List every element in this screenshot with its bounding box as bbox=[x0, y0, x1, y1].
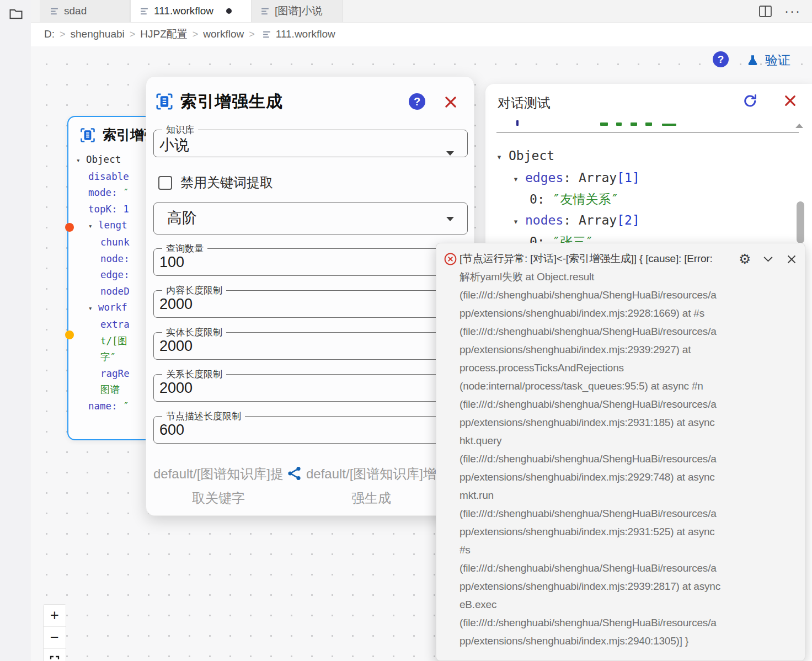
breadcrumb-item[interactable]: HJPZ配置> bbox=[140, 27, 203, 41]
number-field[interactable]: 实体长度限制 2000 bbox=[153, 328, 468, 360]
zoom-out-button[interactable]: − bbox=[44, 627, 66, 649]
error-stack: 解析yaml失败 at Object.result(file:///d:/she… bbox=[460, 268, 741, 650]
result-json-tree: ▾Object▾edges: Array[1]0: ″友情关系″▾nodes: … bbox=[496, 146, 640, 253]
breadcrumb-item[interactable]: shenghuabi> bbox=[71, 28, 141, 40]
error-line: pp/extensions/shenghuabi/index.mjs:2928:… bbox=[460, 304, 741, 322]
error-line: (file:///d:/shenghuabi/shenghua/ShengHua… bbox=[460, 286, 741, 304]
chevron-down-icon bbox=[446, 217, 454, 221]
disable-keyword-checkbox-row[interactable]: 禁用关键词提取 bbox=[158, 174, 273, 191]
number-field[interactable]: 节点描述长度限制 600 bbox=[153, 412, 468, 444]
breadcrumb-separator: > bbox=[60, 29, 66, 40]
file-icon bbox=[262, 30, 271, 39]
error-message: [节点运行异常: [对话]<-[索引增强生成]] { [cause]: [Err… bbox=[460, 249, 741, 650]
field-label: 关系长度限制 bbox=[162, 370, 226, 379]
panel-close-button[interactable] bbox=[783, 94, 797, 108]
tree-line[interactable]: 0: ″友情关系″ bbox=[496, 189, 640, 210]
input-port-dot-2[interactable] bbox=[65, 330, 74, 339]
select-value: 高阶 bbox=[167, 203, 467, 233]
breadcrumb-separator: > bbox=[249, 29, 255, 40]
error-line: pp/extensions/shenghuabi/index.mjs:2929:… bbox=[460, 468, 741, 486]
error-line: (file:///d:/shenghuabi/shenghua/ShengHua… bbox=[460, 395, 741, 413]
error-line: pp/extensions/shenghuabi/index.mjs:2939:… bbox=[460, 340, 741, 359]
unsaved-dot-icon[interactable] bbox=[226, 8, 232, 14]
close-icon bbox=[444, 95, 458, 109]
port-label-enhance-generate[interactable]: default/[图谱知识库]增强生成 bbox=[304, 462, 438, 510]
node-icon bbox=[155, 92, 174, 111]
tree-line[interactable]: ▾Object bbox=[496, 146, 640, 168]
refresh-button[interactable] bbox=[742, 93, 758, 109]
chevron-down-icon[interactable] bbox=[762, 253, 774, 265]
tree-line[interactable]: ▾nodes: Array[2] bbox=[496, 210, 640, 232]
tab-bar: sdad 111.workflow [图谱]小说 ··· bbox=[31, 0, 812, 23]
output-ports: default/[图谱知识库]提取关键字 default/[图谱知识库]增强生成 bbox=[146, 462, 475, 513]
node-icon bbox=[79, 127, 96, 143]
error-line: (file:///d:/shenghuabi/shenghua/ShengHua… bbox=[460, 614, 741, 632]
dialog-title: 索引增强生成 bbox=[180, 90, 283, 113]
file-icon bbox=[50, 7, 59, 16]
breadcrumb-separator: > bbox=[130, 29, 136, 40]
field-value: 2000 bbox=[159, 380, 467, 397]
scroll-up-icon[interactable] bbox=[795, 124, 803, 128]
split-editor-icon[interactable] bbox=[758, 5, 772, 18]
workflow-editor-screen: { "tabs": { "items": [ {"label": "sdad"}… bbox=[0, 0, 812, 661]
field-label: 内容长度限制 bbox=[162, 286, 226, 295]
breadcrumb-items: D:>shenghuabi>HJPZ配置>workflow> bbox=[44, 27, 260, 41]
checkbox[interactable] bbox=[158, 176, 172, 190]
file-icon bbox=[140, 7, 149, 16]
zoom-controls: + − bbox=[43, 604, 66, 661]
share-icon[interactable] bbox=[286, 465, 303, 482]
field-label: 节点描述长度限制 bbox=[162, 412, 245, 421]
field-label: 知识库 bbox=[162, 125, 198, 135]
breadcrumb: D:>shenghuabi>HJPZ配置>workflow> 111.workf… bbox=[31, 22, 812, 46]
close-icon[interactable] bbox=[786, 253, 798, 265]
breadcrumb-item[interactable]: D:> bbox=[44, 28, 71, 40]
tab-label: 111.workflow bbox=[154, 5, 213, 17]
error-line: eB.exec bbox=[460, 595, 741, 614]
field-value: 2000 bbox=[159, 338, 467, 355]
number-field[interactable]: 查询数量 100 bbox=[153, 244, 468, 276]
scrollbar-thumb[interactable] bbox=[797, 201, 804, 243]
error-line: pp/extensions/shenghuabi/index.mjs:2939:… bbox=[460, 577, 741, 595]
test-panel-title: 对话测试 bbox=[498, 94, 551, 112]
error-toast: [节点运行异常: [对话]<-[索引增强生成]] { [cause]: [Err… bbox=[436, 243, 805, 661]
port-label-extract-keywords[interactable]: default/[图谱知识库]提取关键字 bbox=[152, 462, 285, 510]
flask-icon bbox=[746, 54, 760, 67]
breadcrumb-separator: > bbox=[193, 29, 199, 40]
error-headline: [节点运行异常: [对话]<-[索引增强生成]] { [cause]: [Err… bbox=[460, 249, 741, 268]
input-port-dot[interactable] bbox=[65, 223, 74, 232]
chevron-down-icon bbox=[446, 151, 454, 156]
field-value: 2000 bbox=[159, 296, 467, 313]
divider bbox=[496, 132, 799, 133]
more-actions-icon[interactable]: ··· bbox=[784, 4, 801, 18]
tree-line[interactable]: ▾edges: Array[1] bbox=[496, 168, 640, 190]
fit-view-button[interactable] bbox=[44, 649, 66, 661]
breadcrumb-file[interactable]: 111.workflow bbox=[262, 28, 335, 40]
tab-111-workflow[interactable]: 111.workflow bbox=[130, 0, 252, 22]
number-field[interactable]: 内容长度限制 2000 bbox=[153, 286, 468, 318]
error-line: (file:///d:/shenghuabi/shenghua/ShengHua… bbox=[460, 559, 741, 577]
gear-icon[interactable]: ⚙ bbox=[739, 252, 751, 266]
error-line: process.processTicksAndRejections bbox=[460, 359, 741, 377]
knowledge-base-field[interactable]: 知识库 小说 bbox=[153, 125, 468, 157]
dialog-help-button[interactable]: ? bbox=[409, 93, 425, 110]
tab-tupu-xiaoshuo[interactable]: [图谱]小说 bbox=[252, 0, 343, 22]
help-button[interactable]: ? bbox=[713, 51, 729, 67]
folder-icon[interactable] bbox=[8, 6, 24, 22]
error-line: pp/extensions/shenghuabi/index.mjs:2931:… bbox=[460, 523, 741, 541]
field-label: 实体长度限制 bbox=[162, 328, 226, 337]
tab-sdad[interactable]: sdad bbox=[40, 0, 130, 22]
tab-label: [图谱]小说 bbox=[275, 4, 323, 18]
tab-label: sdad bbox=[64, 5, 87, 17]
zoom-in-button[interactable]: + bbox=[44, 605, 66, 627]
error-icon bbox=[444, 252, 457, 266]
dialog-close-button[interactable] bbox=[444, 95, 458, 109]
clipped-scroll-line bbox=[496, 118, 783, 128]
field-value: 600 bbox=[159, 422, 467, 439]
number-field[interactable]: 关系长度限制 2000 bbox=[153, 370, 468, 402]
error-line: (file:///d:/shenghuabi/shenghua/ShengHua… bbox=[460, 450, 741, 468]
mode-select[interactable]: 高阶 bbox=[153, 202, 468, 234]
validate-button[interactable]: 验证 bbox=[746, 52, 790, 69]
breadcrumb-item[interactable]: workflow> bbox=[203, 28, 259, 40]
error-line: pp/extensions/shenghuabi/index.mjs:2931:… bbox=[460, 413, 741, 431]
field-value: 小说 bbox=[159, 135, 467, 155]
